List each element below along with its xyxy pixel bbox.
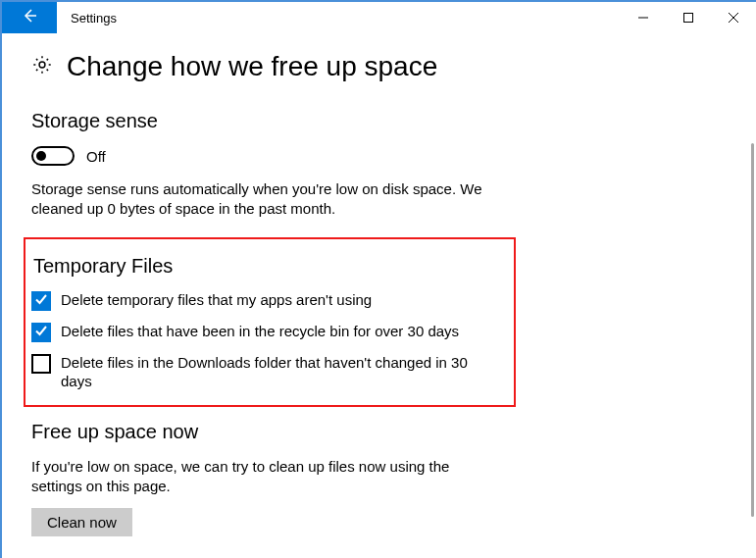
- maximize-button[interactable]: [666, 2, 711, 33]
- page-title: Change how we free up space: [67, 51, 437, 82]
- close-button[interactable]: [711, 2, 756, 33]
- storage-sense-toggle-label: Off: [86, 148, 106, 165]
- check-icon: [34, 292, 48, 310]
- temporary-files-heading: Temporary Files: [33, 255, 502, 278]
- minimize-button[interactable]: [621, 2, 666, 33]
- gear-icon: [31, 54, 53, 79]
- svg-point-4: [39, 62, 45, 68]
- check-icon: [34, 324, 48, 341]
- storage-sense-toggle-row: Off: [31, 146, 727, 166]
- arrow-left-icon: [22, 8, 37, 27]
- back-button[interactable]: [2, 2, 57, 33]
- checkbox-row-downloads-30: Delete files in the Downloads folder tha…: [31, 354, 473, 391]
- content-area: Change how we free up space Storage sens…: [2, 33, 756, 558]
- storage-sense-toggle[interactable]: [31, 146, 75, 166]
- window-controls: [621, 2, 756, 33]
- svg-rect-1: [684, 14, 693, 23]
- checkbox-temp-apps[interactable]: [31, 291, 51, 311]
- free-up-heading: Free up space now: [31, 421, 727, 443]
- scrollbar[interactable]: [750, 143, 756, 558]
- page-header: Change how we free up space: [31, 51, 727, 82]
- checkbox-row-recycle-30: Delete files that have been in the recyc…: [31, 323, 473, 342]
- checkbox-recycle-30[interactable]: [31, 323, 51, 342]
- checkbox-downloads-30[interactable]: [31, 354, 51, 374]
- scrollbar-thumb[interactable]: [751, 143, 754, 517]
- temporary-files-highlight: Temporary Files Delete temporary files t…: [24, 237, 516, 407]
- checkbox-label: Delete temporary files that my apps aren…: [61, 290, 372, 310]
- checkbox-row-temp-apps: Delete temporary files that my apps aren…: [31, 291, 473, 311]
- minimize-icon: [638, 9, 648, 26]
- close-icon: [729, 9, 738, 26]
- toggle-knob: [36, 151, 46, 161]
- window-title: Settings: [71, 11, 621, 25]
- checkbox-label: Delete files in the Downloads folder tha…: [61, 353, 473, 391]
- storage-sense-description: Storage sense runs automatically when yo…: [31, 179, 502, 220]
- storage-sense-heading: Storage sense: [31, 110, 727, 132]
- checkbox-label: Delete files that have been in the recyc…: [61, 322, 459, 341]
- titlebar: Settings: [2, 2, 756, 33]
- clean-now-button[interactable]: Clean now: [31, 508, 132, 536]
- maximize-icon: [683, 9, 693, 26]
- free-up-description: If you're low on space, we can try to cl…: [31, 457, 502, 497]
